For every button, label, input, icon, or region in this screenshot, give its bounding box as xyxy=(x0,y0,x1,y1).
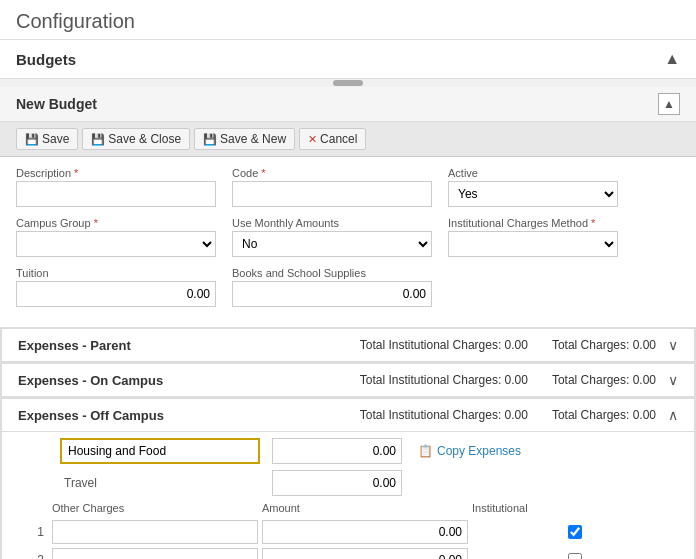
expenses-parent-header[interactable]: Expenses - Parent Total Institutional Ch… xyxy=(2,329,694,362)
form-row-1: Description * Code * Active Yes No xyxy=(16,167,680,207)
save-close-icon: 💾 xyxy=(91,133,105,146)
tuition-label: Tuition xyxy=(16,267,216,279)
housing-amount-input[interactable] xyxy=(272,438,402,464)
expenses-oncampus-title: Expenses - On Campus xyxy=(18,373,360,388)
cancel-icon: ✕ xyxy=(308,133,317,146)
form-area: Description * Code * Active Yes No Campu… xyxy=(0,157,696,327)
other-charges-grid: Other Charges Amount Institutional 1 2 xyxy=(18,502,678,559)
form-row-3: Tuition Books and School Supplies xyxy=(16,267,680,307)
expenses-oncampus-header[interactable]: Expenses - On Campus Total Institutional… xyxy=(2,364,694,397)
save-new-icon: 💾 xyxy=(203,133,217,146)
budgets-chevron-icon[interactable]: ▲ xyxy=(664,50,680,68)
description-field: Description * xyxy=(16,167,216,207)
save-new-label: Save & New xyxy=(220,132,286,146)
housing-label-input[interactable] xyxy=(60,438,260,464)
expenses-parent-total-charges: Total Charges: 0.00 xyxy=(552,338,656,352)
code-field: Code * xyxy=(232,167,432,207)
save-close-label: Save & Close xyxy=(108,132,181,146)
institutional-1-checkbox[interactable] xyxy=(568,525,582,539)
other-charges-2-input[interactable] xyxy=(52,548,258,559)
books-label: Books and School Supplies xyxy=(232,267,432,279)
copy-expenses-label: Copy Expenses xyxy=(437,444,521,458)
description-input[interactable] xyxy=(16,181,216,207)
amount-1-input[interactable] xyxy=(262,520,468,544)
new-budget-close-btn[interactable]: ▲ xyxy=(658,93,680,115)
amount-header: Amount xyxy=(262,502,468,516)
travel-row: Travel xyxy=(18,470,678,496)
campus-group-label: Campus Group * xyxy=(16,217,216,229)
expenses-oncampus-total-charges: Total Charges: 0.00 xyxy=(552,373,656,387)
expenses-oncampus-totals: Total Institutional Charges: 0.00 Total … xyxy=(360,373,656,387)
inst-charges-select[interactable] xyxy=(448,231,618,257)
institutional-header: Institutional xyxy=(472,502,678,516)
save-icon: 💾 xyxy=(25,133,39,146)
use-monthly-label: Use Monthly Amounts xyxy=(232,217,432,229)
expenses-offcampus-total-inst: Total Institutional Charges: 0.00 xyxy=(360,408,528,422)
inst-charges-label: Institutional Charges Method * xyxy=(448,217,618,229)
cancel-button[interactable]: ✕ Cancel xyxy=(299,128,366,150)
expenses-parent-section: Expenses - Parent Total Institutional Ch… xyxy=(1,328,695,363)
copy-icon: 📋 xyxy=(418,444,433,458)
use-monthly-field: Use Monthly Amounts No Yes xyxy=(232,217,432,257)
books-field: Books and School Supplies xyxy=(232,267,432,307)
active-label: Active xyxy=(448,167,618,179)
save-new-button[interactable]: 💾 Save & New xyxy=(194,128,295,150)
row-2-num: 2 xyxy=(18,553,48,559)
row-1-num: 1 xyxy=(18,525,48,539)
scrollbar-area xyxy=(0,79,696,87)
travel-label: Travel xyxy=(60,476,260,490)
save-label: Save xyxy=(42,132,69,146)
new-budget-header: New Budget ▲ xyxy=(0,87,696,122)
travel-amount-input[interactable] xyxy=(272,470,402,496)
new-budget-title: New Budget xyxy=(16,96,97,112)
expenses-offcampus-header[interactable]: Expenses - Off Campus Total Institutiona… xyxy=(2,399,694,432)
off-campus-body: 📋 Copy Expenses Travel Other Charges Amo… xyxy=(2,432,694,559)
campus-group-select[interactable] xyxy=(16,231,216,257)
expenses-parent-chevron[interactable]: ∨ xyxy=(668,337,678,353)
budgets-title: Budgets xyxy=(16,51,76,68)
save-button[interactable]: 💾 Save xyxy=(16,128,78,150)
expenses-parent-total-inst: Total Institutional Charges: 0.00 xyxy=(360,338,528,352)
expenses-offcampus-section: Expenses - Off Campus Total Institutiona… xyxy=(1,398,695,559)
institutional-2-checkbox[interactable] xyxy=(568,553,582,559)
expenses-oncampus-total-inst: Total Institutional Charges: 0.00 xyxy=(360,373,528,387)
other-charges-1-input[interactable] xyxy=(52,520,258,544)
form-row-2: Campus Group * Use Monthly Amounts No Ye… xyxy=(16,217,680,257)
code-label: Code * xyxy=(232,167,432,179)
expenses-parent-totals: Total Institutional Charges: 0.00 Total … xyxy=(360,338,656,352)
description-label: Description * xyxy=(16,167,216,179)
campus-group-field: Campus Group * xyxy=(16,217,216,257)
save-close-button[interactable]: 💾 Save & Close xyxy=(82,128,190,150)
toolbar: 💾 Save 💾 Save & Close 💾 Save & New ✕ Can… xyxy=(0,122,696,157)
amount-2-input[interactable] xyxy=(262,548,468,559)
inst-charges-field: Institutional Charges Method * xyxy=(448,217,618,257)
budgets-section-header[interactable]: Budgets ▲ xyxy=(0,40,696,79)
tuition-field: Tuition xyxy=(16,267,216,307)
housing-row: 📋 Copy Expenses xyxy=(18,438,678,464)
institutional-2-cell xyxy=(472,553,678,559)
expenses-parent-title: Expenses - Parent xyxy=(18,338,360,353)
tuition-input[interactable] xyxy=(16,281,216,307)
copy-expenses-button[interactable]: 📋 Copy Expenses xyxy=(414,442,525,460)
use-monthly-select[interactable]: No Yes xyxy=(232,231,432,257)
cancel-label: Cancel xyxy=(320,132,357,146)
code-input[interactable] xyxy=(232,181,432,207)
expenses-oncampus-chevron[interactable]: ∨ xyxy=(668,372,678,388)
active-select[interactable]: Yes No xyxy=(448,181,618,207)
expenses-wrapper: Expenses - Parent Total Institutional Ch… xyxy=(0,327,696,559)
expenses-offcampus-chevron[interactable]: ∧ xyxy=(668,407,678,423)
expenses-offcampus-total-charges: Total Charges: 0.00 xyxy=(552,408,656,422)
scrollbar-thumb[interactable] xyxy=(333,80,363,86)
books-input[interactable] xyxy=(232,281,432,307)
page-title: Configuration xyxy=(0,0,696,40)
institutional-1-cell xyxy=(472,525,678,539)
expenses-oncampus-section: Expenses - On Campus Total Institutional… xyxy=(1,363,695,398)
expenses-offcampus-title: Expenses - Off Campus xyxy=(18,408,360,423)
active-field: Active Yes No xyxy=(448,167,618,207)
other-charges-header: Other Charges xyxy=(52,502,258,516)
expenses-offcampus-totals: Total Institutional Charges: 0.00 Total … xyxy=(360,408,656,422)
